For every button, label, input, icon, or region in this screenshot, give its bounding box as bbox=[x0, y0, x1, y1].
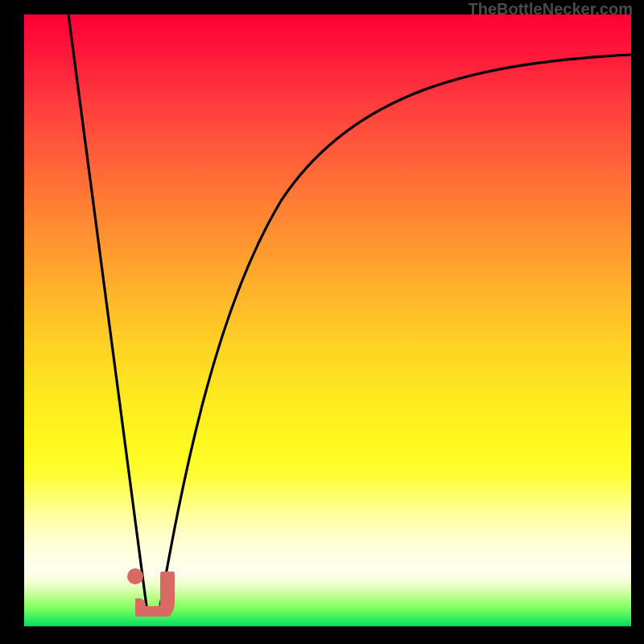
curve-right bbox=[159, 55, 631, 610]
curve-left bbox=[68, 14, 147, 606]
bottleneck-curves bbox=[24, 14, 631, 626]
chart-frame: TheBottleNecker.com bbox=[0, 0, 644, 644]
marker-hook bbox=[135, 572, 175, 617]
